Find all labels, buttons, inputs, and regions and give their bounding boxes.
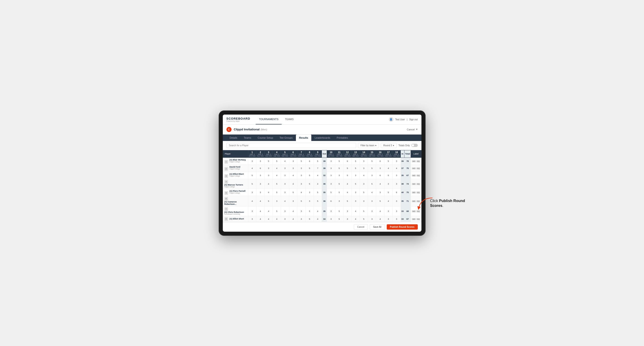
score-h16[interactable]: 4 [376, 179, 384, 189]
score-h5[interactable]: 4 [281, 196, 289, 206]
score-h4[interactable]: 4 [273, 165, 281, 172]
score-h6[interactable]: 5 [289, 189, 297, 196]
score-h14[interactable]: 4 [360, 172, 368, 179]
score-h11[interactable]: 5 [335, 189, 343, 196]
score-h1[interactable]: 5 [248, 179, 256, 189]
score-h2[interactable]: 3 [256, 172, 265, 179]
score-h17[interactable]: 5 [384, 158, 392, 165]
tab-details[interactable]: Details [226, 135, 241, 141]
tab-course-setup[interactable]: Course Setup [254, 135, 276, 141]
score-h5[interactable]: 3 [281, 206, 289, 216]
score-h7[interactable]: 4 [297, 189, 306, 196]
score-h13[interactable]: 3 [352, 172, 360, 179]
score-h5[interactable]: 4 [281, 158, 289, 165]
score-h8[interactable]: 5 [305, 172, 314, 179]
score-h13[interactable]: 5 [352, 179, 360, 189]
score-h16[interactable]: 6 [376, 158, 384, 165]
score-h2[interactable]: 4 [256, 206, 265, 216]
score-h13[interactable]: 4 [352, 216, 360, 222]
score-h15[interactable]: 3 [368, 206, 376, 216]
score-h8[interactable]: 6 [305, 158, 314, 165]
score-h1[interactable]: 5 [248, 172, 256, 179]
score-h9[interactable]: 4 [314, 179, 322, 189]
filter-team-dropdown[interactable]: Filter by team ▾ [358, 143, 379, 148]
cancel-button-top[interactable]: Cancel ✕ [407, 128, 418, 131]
score-h12[interactable]: 6 [343, 158, 352, 165]
score-h10[interactable]: 5 [327, 189, 335, 196]
score-h10[interactable]: 3 [327, 206, 335, 216]
score-h16[interactable]: 4 [376, 206, 384, 216]
score-h8[interactable]: 5 [305, 216, 314, 222]
score-h3[interactable]: 4 [264, 189, 273, 196]
score-h14[interactable]: 3 [360, 158, 368, 165]
score-h4[interactable]: 3 [273, 196, 281, 206]
tab-printables[interactable]: Printables [334, 135, 351, 141]
score-h10[interactable]: 6 [327, 196, 335, 206]
dq-badge[interactable]: DQ [416, 183, 420, 185]
score-h10[interactable]: 3 [327, 216, 335, 222]
score-h11[interactable]: 3 [335, 172, 343, 179]
score-h11[interactable]: 3 [335, 196, 343, 206]
score-h3[interactable]: 5 [264, 158, 273, 165]
score-h16[interactable]: 5 [376, 196, 384, 206]
score-h16[interactable]: 4 [376, 216, 384, 222]
score-h15[interactable]: 5 [368, 179, 376, 189]
score-h12[interactable]: 5 [343, 196, 352, 206]
score-h18[interactable]: 3 [392, 206, 401, 216]
score-h7[interactable]: 3 [297, 165, 306, 172]
score-h17[interactable]: 4 [384, 165, 392, 172]
score-h15[interactable]: 3 [368, 172, 376, 179]
nav-tournaments[interactable]: TOURNAMENTS [256, 115, 282, 124]
score-h9[interactable]: 4 [314, 172, 322, 179]
score-h12[interactable]: 3 [343, 216, 352, 222]
score-h18[interactable]: 4 [392, 165, 401, 172]
score-h10[interactable]: 3 [327, 172, 335, 179]
score-h8[interactable]: 5 [305, 206, 314, 216]
score-h6[interactable]: 3 [289, 165, 297, 172]
score-h7[interactable]: 3 [297, 206, 306, 216]
dq-badge[interactable]: DQ [416, 191, 420, 193]
score-h1[interactable]: 4 [248, 196, 256, 206]
score-h4[interactable]: 4 [273, 216, 281, 222]
score-h13[interactable]: 3 [352, 196, 360, 206]
score-h18[interactable]: 3 [392, 216, 401, 222]
score-h1[interactable]: 3 [248, 189, 256, 196]
score-h14[interactable]: 5 [360, 216, 368, 222]
score-h9[interactable]: 4 [314, 206, 322, 216]
dq-badge[interactable]: DQ [416, 210, 420, 212]
score-h18[interactable]: 3 [392, 179, 401, 189]
dq-badge[interactable]: DQ [416, 218, 420, 220]
score-h8[interactable]: 3 [305, 189, 314, 196]
score-h17[interactable]: 3 [384, 216, 392, 222]
wd-badge[interactable]: WD [412, 174, 416, 176]
save-all-button[interactable]: Save All [370, 224, 385, 230]
dq-badge[interactable]: DQ [416, 160, 420, 162]
score-h2[interactable]: 3 [256, 158, 265, 165]
tab-teams[interactable]: Teams [240, 135, 254, 141]
score-h5[interactable]: 3 [281, 172, 289, 179]
wd-badge[interactable]: WD [412, 210, 416, 212]
score-h4[interactable]: 5 [273, 189, 281, 196]
score-h6[interactable]: 4 [289, 172, 297, 179]
score-h18[interactable]: 6 [392, 189, 401, 196]
sign-out-link[interactable]: Sign out [409, 118, 418, 121]
score-h10[interactable]: 3 [327, 165, 335, 172]
score-h13[interactable]: 5 [352, 158, 360, 165]
score-h9[interactable]: 5 [314, 189, 322, 196]
score-h5[interactable]: 3 [281, 165, 289, 172]
score-h18[interactable]: 3 [392, 172, 401, 179]
score-h15[interactable]: 5 [368, 158, 376, 165]
tab-tee-groups[interactable]: Tee Groups [276, 135, 296, 141]
score-h12[interactable]: 5 [343, 172, 352, 179]
score-h1[interactable]: 4 [248, 165, 256, 172]
score-h15[interactable]: 3 [368, 216, 376, 222]
score-h4[interactable]: 5 [273, 206, 281, 216]
wd-badge[interactable]: WD [412, 167, 416, 170]
score-h2[interactable]: 4 [256, 196, 265, 206]
score-h17[interactable]: 4 [384, 196, 392, 206]
score-h7[interactable]: 3 [297, 216, 306, 222]
toggle-switch[interactable] [411, 144, 418, 147]
score-h10[interactable]: 3 [327, 179, 335, 189]
score-h12[interactable]: 4 [343, 179, 352, 189]
score-h12[interactable]: 3 [343, 206, 352, 216]
